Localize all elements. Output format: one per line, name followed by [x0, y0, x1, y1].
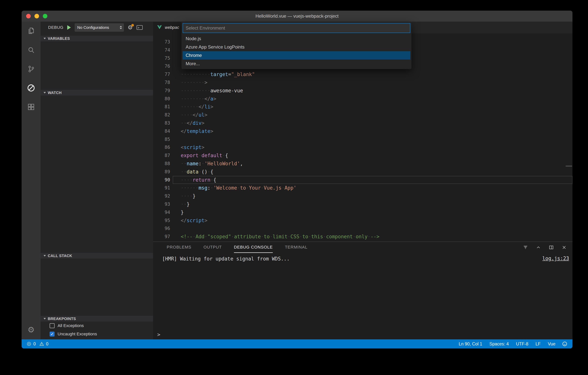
- split-panel-icon[interactable]: [549, 245, 554, 250]
- variables-section-label: VARIABLES: [48, 36, 70, 41]
- line-number[interactable]: 87: [153, 152, 173, 160]
- line-content: ········>: [173, 78, 572, 87]
- code-line[interactable]: 83··</div>: [153, 119, 572, 127]
- line-number[interactable]: 77: [153, 70, 173, 78]
- line-number[interactable]: 83: [153, 119, 173, 127]
- status-item[interactable]: Spaces: 4: [490, 342, 509, 347]
- quickpick-item[interactable]: More...: [183, 60, 410, 68]
- code-line[interactable]: 90····return·{: [153, 176, 572, 184]
- quickpick-item[interactable]: Node.js: [183, 34, 410, 43]
- line-number[interactable]: 80: [153, 95, 173, 103]
- line-content: <script>: [173, 143, 572, 152]
- code-line[interactable]: 87export·default·{: [153, 152, 572, 160]
- line-number[interactable]: 82: [153, 111, 173, 119]
- code-line[interactable]: 80········</a>: [153, 95, 572, 103]
- all-exceptions-checkbox[interactable]: ✓: [50, 323, 54, 328]
- code-line[interactable]: 81······</li>: [153, 103, 572, 111]
- line-number[interactable]: 96: [153, 224, 173, 233]
- line-number[interactable]: 94: [153, 208, 173, 217]
- line-number[interactable]: 92: [153, 192, 173, 200]
- line-number[interactable]: 74: [153, 46, 173, 54]
- maximize-panel-chevron-up-icon[interactable]: [536, 245, 541, 250]
- line-content: export·default·{: [173, 152, 572, 160]
- title-bar[interactable]: HelloWorld.vue — vuejs-webpack-project: [21, 11, 572, 22]
- panel-tab-problems[interactable]: PROBLEMS: [167, 242, 191, 253]
- debug-console-output[interactable]: [HMR] Waiting for update signal from WDS…: [153, 253, 572, 339]
- explorer-icon[interactable]: [21, 22, 41, 41]
- console-source-link[interactable]: log.js:23: [542, 255, 569, 261]
- status-item[interactable]: Vue: [548, 342, 556, 347]
- quickpick-item[interactable]: Azure App Service LogPoints: [183, 43, 410, 51]
- configure-warning-badge: [131, 24, 134, 27]
- settings-gear-icon[interactable]: ⚙: [21, 320, 41, 339]
- status-item[interactable]: UTF-8: [516, 342, 528, 347]
- call-stack-section-header[interactable]: CALL STACK: [41, 253, 153, 259]
- line-number[interactable]: 81: [153, 103, 173, 111]
- status-item[interactable]: Ln 90, Col 1: [459, 342, 482, 347]
- panel-tab-output[interactable]: OUTPUT: [203, 242, 222, 253]
- code-line[interactable]: 89··data·()·{: [153, 168, 572, 176]
- feedback-smiley-icon[interactable]: [562, 341, 567, 347]
- code-line[interactable]: 77··········target="_blank": [153, 70, 572, 78]
- minimize-window-button[interactable]: [34, 14, 39, 18]
- quick-pick-input[interactable]: [183, 23, 410, 33]
- open-debug-console-icon[interactable]: >: [136, 25, 143, 30]
- code-line[interactable]: 95</script>: [153, 217, 572, 225]
- extensions-icon[interactable]: [21, 98, 41, 116]
- code-line[interactable]: 85: [153, 135, 572, 143]
- line-number[interactable]: 75: [153, 54, 173, 62]
- panel-tab-terminal[interactable]: TERMINAL: [285, 242, 307, 253]
- breakpoints-section-header[interactable]: BREAKPOINTS: [41, 316, 153, 321]
- filter-icon[interactable]: [523, 245, 528, 250]
- scrollbar-marker[interactable]: [566, 166, 572, 166]
- code-line[interactable]: 93··}: [153, 200, 572, 208]
- line-number[interactable]: 95: [153, 217, 173, 225]
- code-line[interactable]: 79··········awesome-vue: [153, 87, 572, 95]
- breakpoint-uncaught-exceptions-row[interactable]: ✓ Uncaught Exceptions: [41, 330, 153, 338]
- quickpick-item[interactable]: Chrome: [183, 51, 410, 60]
- line-number[interactable]: 97: [153, 233, 173, 241]
- panel-tab-debug-console[interactable]: DEBUG CONSOLE: [234, 242, 273, 253]
- code-line[interactable]: 84</template>: [153, 127, 572, 135]
- code-line[interactable]: 92····}: [153, 192, 572, 200]
- code-line[interactable]: 96: [153, 224, 572, 233]
- problems-status[interactable]: 0 0: [27, 342, 49, 347]
- line-number[interactable]: 78: [153, 78, 173, 87]
- watch-section-header[interactable]: WATCH: [41, 90, 153, 96]
- line-number[interactable]: 90: [153, 176, 173, 184]
- source-control-icon[interactable]: [21, 60, 41, 78]
- code-line[interactable]: 86<script>: [153, 143, 572, 152]
- line-number[interactable]: 93: [153, 200, 173, 208]
- configure-gear-icon[interactable]: ⚙: [128, 25, 133, 30]
- line-number[interactable]: 89: [153, 168, 173, 176]
- line-number[interactable]: 73: [153, 38, 173, 46]
- code-line[interactable]: 88··name:·'HelloWorld',: [153, 160, 572, 168]
- variables-section-header[interactable]: VARIABLES: [41, 36, 153, 41]
- line-number[interactable]: 84: [153, 127, 173, 135]
- code-line[interactable]: 78········>: [153, 78, 572, 87]
- debug-sidebar: DEBUG No Configurations ⚙ > VARIABLES: [41, 22, 153, 339]
- debug-icon[interactable]: [21, 78, 41, 98]
- breakpoint-all-exceptions-row[interactable]: ✓ All Exceptions: [41, 321, 153, 330]
- line-number[interactable]: 88: [153, 160, 173, 168]
- code-line[interactable]: 91······msg:·'Welcome·to·Your·Vue.js·App…: [153, 184, 572, 192]
- vue-logo-icon: [157, 25, 162, 30]
- line-number[interactable]: 76: [153, 62, 173, 70]
- close-window-button[interactable]: [26, 14, 31, 18]
- console-input-prompt[interactable]: >: [157, 331, 160, 337]
- code-line[interactable]: 97<!--·Add·"scoped"·attribute·to·limit·C…: [153, 233, 572, 241]
- line-number[interactable]: 91: [153, 184, 173, 192]
- line-number[interactable]: 85: [153, 135, 173, 143]
- uncaught-exceptions-checkbox[interactable]: ✓: [50, 331, 54, 337]
- code-line[interactable]: 82····</ul>: [153, 111, 572, 119]
- code-line[interactable]: 94}: [153, 208, 572, 217]
- zoom-window-button[interactable]: [43, 14, 47, 18]
- start-debug-button[interactable]: [67, 25, 71, 30]
- chevron-down-icon: [43, 318, 46, 320]
- status-item[interactable]: LF: [536, 342, 541, 347]
- close-panel-icon[interactable]: [561, 245, 567, 250]
- line-number[interactable]: 86: [153, 143, 173, 152]
- line-number[interactable]: 79: [153, 87, 173, 95]
- debug-configuration-dropdown[interactable]: No Configurations: [75, 23, 124, 32]
- search-icon[interactable]: [21, 41, 41, 60]
